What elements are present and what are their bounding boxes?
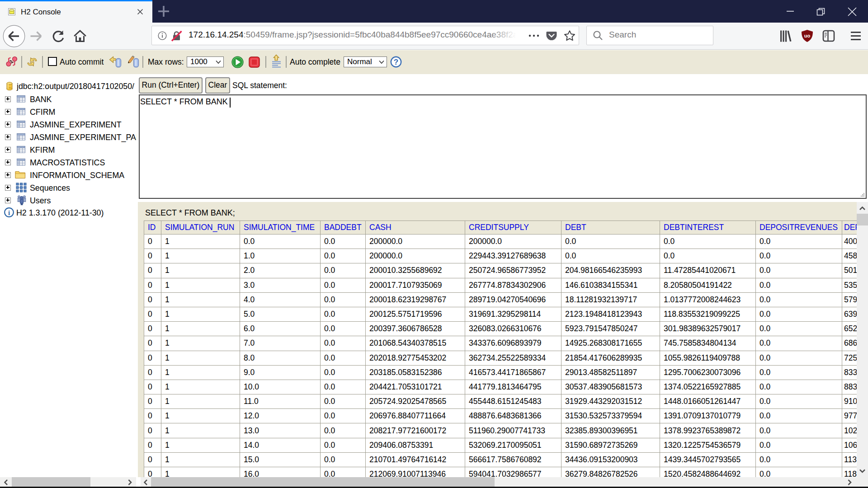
svg-text:i: i <box>8 209 10 216</box>
svg-text:?: ? <box>394 58 398 66</box>
svg-text:uo: uo <box>804 33 811 38</box>
